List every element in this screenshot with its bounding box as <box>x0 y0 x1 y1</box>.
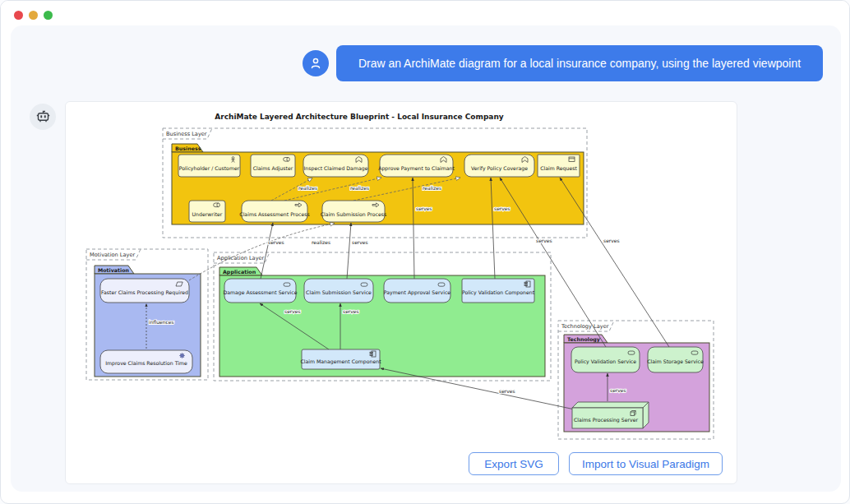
svg-text:Policy Validation Component: Policy Validation Component <box>462 289 535 296</box>
diagram-card: ArchiMate Layered Architecture Blueprint… <box>65 101 737 484</box>
element-claim-storage-service: Claim Storage Service <box>647 347 704 372</box>
element-policyholder-customer: Policyholder / Customer <box>178 155 240 177</box>
element-inspect-claimed-damage: Inspect Claimed Damage <box>303 155 368 177</box>
svg-text:serves: serves <box>536 238 552 243</box>
svg-text:Claim Submission Process: Claim Submission Process <box>321 211 386 217</box>
svg-text:Inspect Claimed Damage: Inspect Claimed Damage <box>304 165 368 172</box>
assistant-avatar <box>30 104 56 130</box>
user-avatar <box>303 50 329 76</box>
svg-text:Underwriter: Underwriter <box>192 211 223 217</box>
element-claim-management-component: Claim Management Component <box>300 349 381 369</box>
element-claims-processing-server: Claims Processing Server <box>572 402 649 428</box>
svg-text:Technology: Technology <box>567 336 600 343</box>
element-improve-claims-resolution-time: Improve Claims Resolution Time <box>100 350 192 373</box>
element-damage-assessment-service: Damage Assessment Service <box>223 279 297 303</box>
svg-text:serves: serves <box>494 206 510 211</box>
svg-text:Claim Storage Service: Claim Storage Service <box>647 358 704 365</box>
svg-text:Damage Assessment Service: Damage Assessment Service <box>223 289 297 296</box>
svg-text:Business Layer: Business Layer <box>166 131 207 137</box>
svg-text:realizes: realizes <box>350 185 369 191</box>
export-svg-button[interactable]: Export SVG <box>469 452 559 475</box>
svg-text:Payment Approval Service: Payment Approval Service <box>384 289 451 296</box>
svg-text:serves: serves <box>416 206 432 211</box>
element-claim-request: Claim Request <box>538 155 580 177</box>
element-payment-approval-service: Payment Approval Service <box>384 279 451 303</box>
svg-text:Claims Assessment Process: Claims Assessment Process <box>239 211 309 217</box>
svg-text:Application Layer: Application Layer <box>217 255 265 261</box>
svg-text:realizes: realizes <box>298 185 317 191</box>
svg-text:Claims Processing Server: Claims Processing Server <box>574 417 639 423</box>
svg-text:Approve Payment to Claimant: Approve Payment to Claimant <box>378 165 455 172</box>
minimize-button[interactable] <box>29 11 38 20</box>
element-policy-validation-component: Policy Validation Component <box>462 279 535 303</box>
svg-text:Application: Application <box>223 269 256 275</box>
element-verify-policy-coverage: Verify Policy Coverage <box>464 155 534 177</box>
element-faster-claims-processing-required: Faster Claims Processing Required <box>100 279 189 303</box>
app-window: Draw an ArchiMate diagram for a local in… <box>0 0 850 504</box>
element-claims-adjuster: Claims Adjuster <box>251 155 295 177</box>
svg-text:serves: serves <box>610 387 626 393</box>
svg-text:Policy Validation Service: Policy Validation Service <box>575 358 636 365</box>
svg-text:influences: influences <box>149 319 174 325</box>
svg-text:Motivation: Motivation <box>98 267 129 273</box>
svg-text:serves: serves <box>268 239 284 245</box>
svg-text:Faster Claims Processing Requi: Faster Claims Processing Required <box>101 289 188 296</box>
svg-text:realizes: realizes <box>423 185 441 191</box>
svg-text:Claim Management Component: Claim Management Component <box>300 358 381 365</box>
element-approve-payment: Approve Payment to Claimant <box>378 155 455 177</box>
svg-text:Claim Request: Claim Request <box>540 165 577 172</box>
svg-text:Improve Claims Resolution Time: Improve Claims Resolution Time <box>105 360 187 367</box>
element-underwriter: Underwriter <box>189 201 225 222</box>
svg-text:serves: serves <box>352 239 368 245</box>
svg-text:serves: serves <box>499 388 515 394</box>
user-message-bubble: Draw an ArchiMate diagram for a local in… <box>336 45 823 81</box>
diagram-title: ArchiMate Layered Architecture Blueprint… <box>215 113 504 121</box>
close-button[interactable] <box>14 11 23 20</box>
element-claim-submission-process: Claim Submission Process <box>321 201 386 222</box>
element-policy-validation-service: Policy Validation Service <box>571 347 640 372</box>
svg-text:serves: serves <box>603 238 620 243</box>
svg-text:realizes: realizes <box>312 239 330 245</box>
titlebar <box>1 1 849 25</box>
maximize-button[interactable] <box>44 11 53 20</box>
element-claim-submission-service: Claim Submission Service <box>304 279 373 303</box>
svg-text:Verify Policy Coverage: Verify Policy Coverage <box>471 165 528 172</box>
svg-text:Policyholder / Customer: Policyholder / Customer <box>179 165 240 172</box>
svg-text:Claims Adjuster: Claims Adjuster <box>253 165 293 172</box>
svg-text:Motivation Layer: Motivation Layer <box>90 252 135 258</box>
import-visual-paradigm-button[interactable]: Import to Visual Paradigm <box>569 452 723 475</box>
svg-text:serves: serves <box>343 308 359 314</box>
svg-text:Claim Submission Service: Claim Submission Service <box>306 289 372 295</box>
archimate-diagram: ArchiMate Layered Architecture Blueprint… <box>66 102 738 485</box>
robot-icon <box>35 109 51 125</box>
element-claims-assessment-process: Claims Assessment Process <box>239 201 309 222</box>
svg-text:Technology Layer: Technology Layer <box>561 323 609 330</box>
svg-text:Business: Business <box>175 146 201 151</box>
svg-text:serves: serves <box>284 308 301 314</box>
person-icon <box>308 56 323 71</box>
